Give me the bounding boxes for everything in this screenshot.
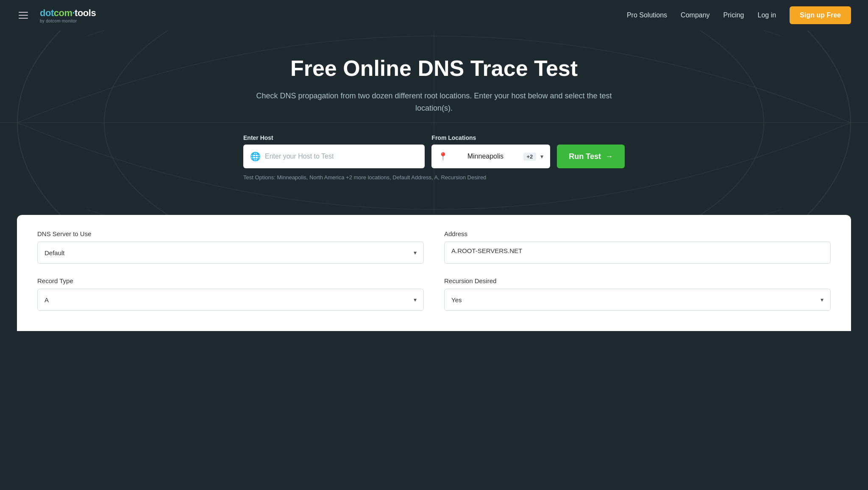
nav-link-pricing[interactable]: Pricing bbox=[723, 11, 744, 19]
navbar: dotcom·tools by dotcom·monitor Pro Solut… bbox=[0, 0, 868, 31]
run-test-button[interactable]: Run Test → bbox=[557, 145, 625, 168]
recursion-select[interactable]: Yes ▾ bbox=[444, 289, 831, 311]
nav-link-company[interactable]: Company bbox=[681, 11, 709, 19]
dns-server-value: Default bbox=[45, 249, 65, 256]
options-panel: DNS Server to Use Default ▾ Address A.RO… bbox=[17, 215, 851, 331]
record-type-chevron-icon: ▾ bbox=[414, 296, 417, 303]
nav-link-login[interactable]: Log in bbox=[758, 11, 776, 19]
host-form-group: Enter Host 🌐 bbox=[243, 134, 425, 168]
location-badge: +2 bbox=[523, 153, 537, 161]
hamburger-button[interactable] bbox=[17, 10, 30, 20]
pin-icon: 📍 bbox=[438, 152, 448, 161]
dns-server-label: DNS Server to Use bbox=[37, 230, 424, 237]
recursion-label: Recursion Desired bbox=[444, 277, 831, 284]
address-group: Address A.ROOT-SERVERS.NET bbox=[444, 230, 831, 264]
address-input[interactable]: A.ROOT-SERVERS.NET bbox=[444, 242, 831, 264]
hero-content: Free Online DNS Trace Test Check DNS pro… bbox=[243, 56, 625, 181]
search-form: Enter Host 🌐 From Locations 📍 Minneapoli… bbox=[243, 134, 625, 168]
recursion-value: Yes bbox=[451, 296, 462, 303]
location-label: From Locations bbox=[431, 134, 550, 141]
dns-server-select[interactable]: Default ▾ bbox=[37, 242, 424, 264]
signup-button[interactable]: Sign up Free bbox=[790, 6, 851, 24]
nav-right: Pro Solutions Company Pricing Log in Sig… bbox=[627, 6, 851, 24]
logo-sub: by dotcom·monitor bbox=[40, 19, 96, 23]
address-value: A.ROOT-SERVERS.NET bbox=[451, 247, 522, 254]
address-label: Address bbox=[444, 230, 831, 237]
location-form-group: From Locations 📍 Minneapolis +2 ▾ bbox=[431, 134, 550, 168]
recursion-group: Recursion Desired Yes ▾ bbox=[444, 277, 831, 311]
options-grid: DNS Server to Use Default ▾ Address A.RO… bbox=[37, 230, 831, 311]
globe-icon: 🌐 bbox=[250, 151, 261, 161]
arrow-right-icon: → bbox=[605, 152, 613, 161]
nav-link-pro-solutions[interactable]: Pro Solutions bbox=[627, 11, 667, 19]
location-value: Minneapolis bbox=[452, 153, 519, 160]
recursion-chevron-icon: ▾ bbox=[821, 296, 823, 303]
host-label: Enter Host bbox=[243, 134, 425, 141]
logo-main: dotcom·tools bbox=[40, 8, 96, 19]
chevron-down-icon: ▾ bbox=[540, 153, 543, 160]
page-title: Free Online DNS Trace Test bbox=[243, 56, 625, 81]
location-select[interactable]: 📍 Minneapolis +2 ▾ bbox=[431, 145, 550, 168]
logo[interactable]: dotcom·tools by dotcom·monitor bbox=[40, 8, 96, 23]
test-options: Test Options: Minneapolis, North America… bbox=[243, 173, 625, 181]
record-type-select[interactable]: A ▾ bbox=[37, 289, 424, 311]
test-options-text: Test Options: Minneapolis, North America… bbox=[243, 174, 486, 181]
dns-server-group: DNS Server to Use Default ▾ bbox=[37, 230, 424, 264]
run-test-label: Run Test bbox=[569, 152, 601, 161]
record-type-group: Record Type A ▾ bbox=[37, 277, 424, 311]
record-type-value: A bbox=[45, 296, 49, 303]
hero-section: Free Online DNS Trace Test Check DNS pro… bbox=[0, 31, 868, 215]
dns-server-chevron-icon: ▾ bbox=[414, 249, 417, 256]
nav-left: dotcom·tools by dotcom·monitor bbox=[17, 8, 96, 23]
hero-subtitle: Check DNS propagation from two dozen dif… bbox=[243, 90, 625, 114]
record-type-label: Record Type bbox=[37, 277, 424, 284]
host-input[interactable] bbox=[265, 153, 418, 160]
host-input-wrapper: 🌐 bbox=[243, 145, 425, 168]
